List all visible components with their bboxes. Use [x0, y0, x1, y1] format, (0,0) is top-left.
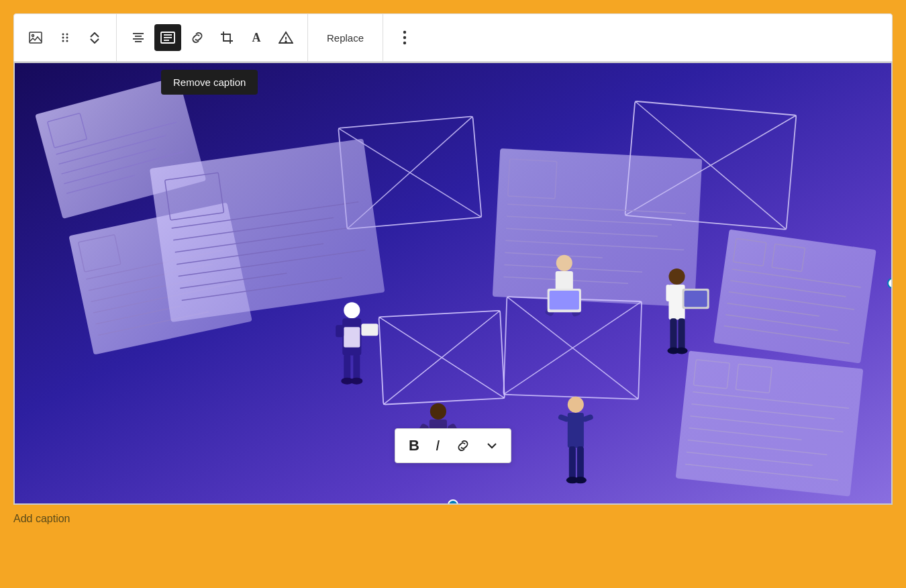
link-button[interactable] — [184, 24, 211, 51]
toolbar-group-block — [14, 14, 117, 61]
svg-rect-62 — [713, 230, 876, 364]
svg-rect-121 — [568, 413, 584, 448]
svg-rect-53 — [493, 148, 703, 307]
caption-area[interactable]: Add caption — [13, 505, 893, 525]
align-wide-button[interactable] — [154, 24, 181, 51]
svg-rect-124 — [569, 446, 576, 480]
svg-point-6 — [62, 40, 64, 42]
svg-rect-106 — [685, 291, 707, 307]
svg-rect-90 — [344, 354, 350, 381]
svg-point-93 — [350, 378, 362, 385]
image-wrapper: Remove caption — [13, 62, 893, 525]
svg-rect-95 — [336, 325, 344, 337]
toolbar-group-replace: Replace — [308, 14, 383, 61]
svg-rect-108 — [670, 318, 676, 350]
svg-point-111 — [676, 347, 688, 354]
svg-point-1 — [32, 35, 34, 37]
svg-point-96 — [556, 255, 572, 271]
italic-label: I — [436, 437, 440, 454]
svg-rect-0 — [30, 32, 42, 43]
svg-point-5 — [66, 37, 68, 39]
svg-point-4 — [62, 37, 64, 39]
crop-button[interactable] — [213, 24, 240, 51]
bold-label: B — [409, 437, 419, 454]
more-options-button[interactable] — [391, 24, 418, 51]
editor-container: A Replace — [13, 13, 893, 525]
warning-button[interactable] — [272, 24, 299, 51]
caption-link-button[interactable] — [453, 436, 473, 456]
caption-placeholder[interactable]: Add caption — [13, 513, 70, 524]
align-center-button[interactable] — [125, 24, 152, 51]
toolbar-group-more — [383, 14, 426, 61]
svg-rect-102 — [550, 291, 579, 309]
svg-rect-109 — [678, 318, 685, 350]
svg-rect-89 — [344, 327, 360, 347]
svg-point-3 — [66, 34, 68, 36]
image-block-icon[interactable] — [22, 24, 49, 51]
svg-point-112 — [430, 403, 446, 420]
svg-rect-38 — [150, 138, 385, 322]
svg-rect-107 — [666, 285, 670, 301]
italic-format-button[interactable]: I — [433, 434, 442, 457]
move-arrows-icon[interactable] — [81, 24, 108, 51]
bold-format-button[interactable]: B — [406, 434, 422, 457]
svg-point-20 — [403, 36, 406, 39]
svg-rect-91 — [353, 354, 360, 381]
svg-rect-125 — [577, 446, 584, 480]
svg-rect-94 — [361, 324, 378, 336]
text-overlay-button[interactable]: A — [243, 24, 270, 51]
caption-formatting-toolbar: B I — [395, 428, 511, 463]
main-image: B I — [13, 62, 893, 505]
image-toolbar: A Replace — [13, 13, 893, 62]
svg-point-19 — [403, 31, 406, 34]
svg-point-87 — [344, 302, 360, 318]
drag-handle-icon[interactable] — [52, 24, 79, 51]
svg-point-2 — [62, 34, 64, 36]
toolbar-group-align: A — [117, 14, 308, 61]
svg-point-7 — [66, 40, 68, 42]
caption-more-button[interactable] — [484, 438, 500, 454]
text-overlay-label: A — [252, 31, 261, 45]
svg-point-120 — [568, 397, 584, 413]
replace-button[interactable]: Replace — [316, 24, 374, 51]
svg-point-103 — [668, 268, 685, 285]
svg-point-21 — [403, 42, 406, 44]
svg-point-127 — [574, 477, 587, 483]
svg-rect-77 — [676, 350, 864, 496]
svg-point-18 — [285, 41, 287, 42]
